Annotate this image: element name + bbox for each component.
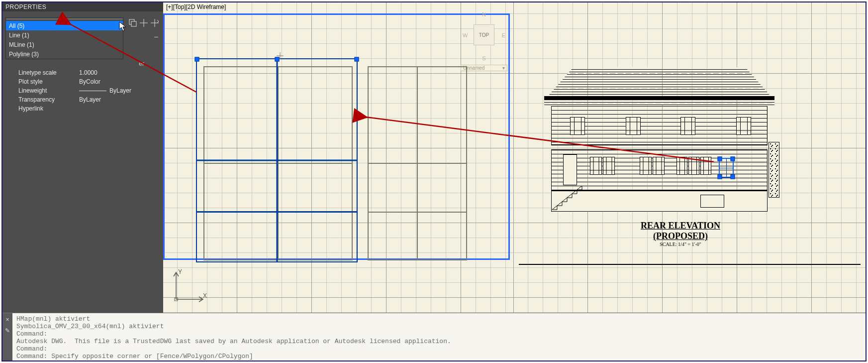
properties-rows: Linetype scale 1.0000 Plot style ByColor…: [2, 68, 163, 113]
viewport-controls[interactable]: [+][Top][2D Wireframe]: [166, 3, 226, 10]
drawing-title: REAR ELEVATION (PROPOSED): [613, 221, 748, 242]
svg-line-11: [552, 186, 582, 210]
bg-window: [368, 66, 467, 260]
ground-line: [519, 264, 861, 265]
select-objects-icon[interactable]: [138, 17, 149, 28]
section-collapse-icon[interactable]: –: [154, 32, 160, 40]
viewcube-ucs-dropdown[interactable]: Unnamed ▾: [461, 65, 507, 71]
viewcube-face[interactable]: TOP: [474, 24, 494, 45]
viewport-left[interactable]: [+][Top][2D Wireframe] N S W E TOP Unnam…: [163, 2, 514, 313]
svg-rect-1: [131, 21, 136, 26]
truncated-value-hint: er: [139, 60, 144, 67]
command-line-gutter[interactable]: × ✎: [2, 313, 12, 361]
ucs-y-label: Y: [178, 268, 182, 275]
grip-icon[interactable]: [718, 157, 722, 161]
properties-title: PROPERTIES: [2, 2, 163, 11]
prop-label-lineweight: Lineweight: [18, 87, 79, 94]
viewcube-north[interactable]: N: [482, 11, 486, 17]
rear-elevation-drawing: [551, 67, 768, 217]
selection-filter-list[interactable]: All (5) Line (1) MLine (1) Polyline (3): [5, 20, 123, 59]
viewcube-west[interactable]: W: [463, 32, 468, 38]
grip-icon[interactable]: [731, 175, 735, 179]
selection-filter-option[interactable]: Line (1): [6, 30, 123, 40]
selected-window-instance[interactable]: [719, 158, 734, 178]
selected-window-block[interactable]: [196, 58, 358, 262]
selection-filter-option[interactable]: MLine (1): [6, 40, 123, 49]
prop-label-linetype-scale: Linetype scale: [18, 69, 79, 76]
lineweight-preview-icon: [79, 91, 106, 91]
selection-filter-option[interactable]: Polyline (3): [6, 49, 123, 59]
drawing-scale: SCALE: 1/4" = 1'-0": [613, 242, 748, 247]
command-line-area: × ✎ HMap(mnl) aktiviert Symbolica_OMV_23…: [2, 313, 866, 361]
quick-select-icon[interactable]: [149, 17, 160, 28]
grip-icon[interactable]: [355, 57, 359, 62]
grip-icon[interactable]: [718, 175, 722, 179]
drawing-title-block: REAR ELEVATION (PROPOSED) SCALE: 1/4" = …: [613, 221, 748, 247]
viewcube[interactable]: N S W E TOP Unnamed ▾: [463, 11, 505, 71]
prop-label-transparency: Transparency: [18, 96, 79, 103]
snap-marker-icon: [277, 52, 284, 59]
chevron-down-icon: ▾: [502, 65, 505, 71]
drawing-area: [+][Top][2D Wireframe] N S W E TOP Unnam…: [163, 2, 866, 313]
prop-value-lineweight[interactable]: ByLayer: [79, 87, 131, 94]
ucs-icon: Y X: [171, 269, 206, 306]
customize-icon[interactable]: ✎: [5, 327, 10, 334]
grip-icon[interactable]: [731, 157, 735, 161]
command-history[interactable]: HMap(mnl) aktiviert Symbolica_OMV_23_00_…: [12, 313, 866, 361]
prop-value-linetype-scale[interactable]: 1.0000: [79, 69, 97, 76]
viewport-right[interactable]: REAR ELEVATION (PROPOSED) SCALE: 1/4" = …: [514, 2, 866, 313]
prop-value-transparency[interactable]: ByLayer: [79, 96, 101, 103]
ucs-x-label: X: [203, 292, 207, 299]
grip-icon[interactable]: [195, 57, 199, 62]
selection-filter-option[interactable]: All (5): [6, 21, 123, 30]
prop-label-plot-style: Plot style: [18, 78, 79, 85]
properties-panel: PROPERTIES All (5) ▾: [2, 2, 163, 313]
prop-value-plot-style[interactable]: ByColor: [79, 78, 100, 85]
prop-label-hyperlink: Hyperlink: [18, 105, 79, 112]
viewcube-east[interactable]: E: [502, 32, 505, 38]
viewcube-south[interactable]: S: [482, 55, 485, 61]
toggle-pickadd-icon[interactable]: [127, 17, 138, 28]
close-icon[interactable]: ×: [5, 316, 9, 323]
